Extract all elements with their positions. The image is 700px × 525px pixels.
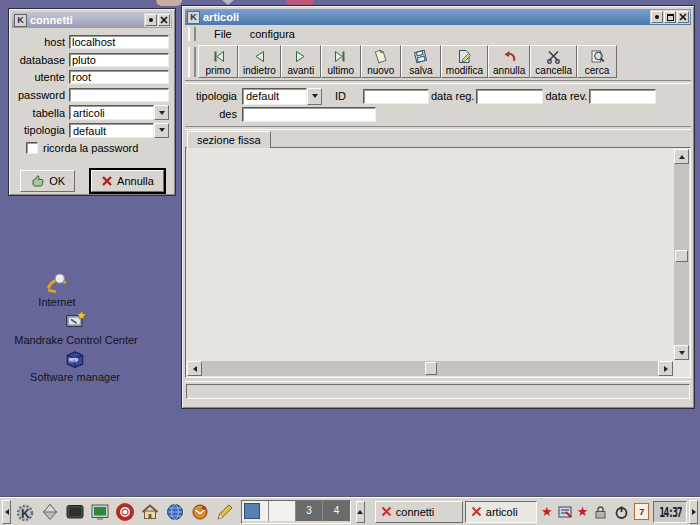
desktop-icon-mandrake-control-center[interactable]: Mandrake Control Center <box>0 310 152 346</box>
taskbar-clock[interactable]: 14:37 <box>653 501 687 523</box>
tipologia-combo[interactable]: default <box>69 123 169 138</box>
taskbar: K <box>0 497 700 525</box>
vertical-scroll-track[interactable] <box>674 164 689 345</box>
titlebar-buttons <box>144 13 171 27</box>
modifica-button[interactable]: modifica <box>441 45 488 78</box>
pencil-icon <box>215 502 235 522</box>
tray-star-icon[interactable]: ★ <box>541 505 553 518</box>
chevron-down-icon <box>159 128 165 132</box>
desktop-icon-internet[interactable]: Internet <box>12 272 102 308</box>
k-menu-button[interactable]: K <box>13 500 36 524</box>
pager-desktop-3[interactable]: 3 <box>296 501 323 521</box>
scroll-left-button[interactable] <box>187 361 202 376</box>
menu-file[interactable]: File <box>212 27 234 41</box>
toolbar-drag-handle[interactable] <box>188 47 196 77</box>
terminal-launcher[interactable] <box>63 500 86 524</box>
avanti-button[interactable]: avanti <box>281 45 321 78</box>
horizontal-scroll-thumb[interactable] <box>425 362 437 375</box>
power-icon[interactable] <box>613 503 630 521</box>
annulla-button[interactable]: Annulla <box>91 170 164 192</box>
primo-button[interactable]: primo <box>198 45 238 78</box>
arrow-up-icon <box>357 510 363 514</box>
browser-launcher[interactable] <box>163 500 186 524</box>
editor-launcher[interactable] <box>213 500 236 524</box>
panel-hide-right-button[interactable] <box>689 500 698 524</box>
combo-arrow-button[interactable] <box>307 88 322 105</box>
vertical-scrollbar[interactable] <box>674 149 689 360</box>
task-connetti[interactable]: connetti <box>375 501 463 523</box>
menu-configura[interactable]: configura <box>248 27 297 41</box>
scroll-right-button[interactable] <box>658 361 673 376</box>
host-input[interactable] <box>69 35 169 49</box>
window-title: articoli <box>203 11 647 23</box>
password-input[interactable] <box>69 88 169 102</box>
arrow-up-icon <box>679 155 685 159</box>
maximize-icon <box>667 14 674 21</box>
content-area <box>187 149 673 360</box>
desktop-icon-software-manager[interactable]: RPM Software manager <box>8 347 142 383</box>
desktop-icon-label: Software manager <box>30 371 120 383</box>
sezione-fissa-panel <box>185 147 691 378</box>
utente-input[interactable] <box>69 70 169 84</box>
articoli-titlebar[interactable]: K articoli <box>185 9 691 25</box>
pager-desktop-4[interactable]: 4 <box>323 501 350 521</box>
mail-launcher[interactable] <box>188 500 211 524</box>
tab-sezione-fissa[interactable]: sezione fissa <box>187 131 271 148</box>
ultimo-button[interactable]: ultimo <box>321 45 361 78</box>
tray-app-icon[interactable] <box>557 504 573 520</box>
arrow-right-icon <box>664 366 668 372</box>
sticky-button[interactable] <box>651 11 663 23</box>
scroll-up-button[interactable] <box>674 149 689 164</box>
lock-icon[interactable] <box>592 503 609 521</box>
des-input[interactable] <box>242 107 376 122</box>
data-reg-input[interactable] <box>476 89 543 104</box>
cancella-button[interactable]: cancella <box>530 45 577 78</box>
scroll-down-button[interactable] <box>674 345 689 360</box>
desktop-icon-label: Mandrake Control Center <box>14 334 138 346</box>
password-label: password <box>13 89 69 101</box>
annulla-button[interactable]: annulla <box>488 45 530 78</box>
konsole-launcher[interactable] <box>88 500 111 524</box>
titlebar-buttons <box>650 10 690 24</box>
horizontal-scroll-track[interactable] <box>202 361 658 376</box>
id-input[interactable] <box>363 89 429 104</box>
arrow-right-icon <box>692 509 696 515</box>
cerca-button[interactable]: cerca <box>577 45 617 78</box>
last-record-icon <box>332 48 349 65</box>
menubar-drag-handle[interactable] <box>188 27 196 41</box>
salva-button[interactable]: salva <box>401 45 441 78</box>
data-rev-input[interactable] <box>589 89 656 104</box>
calendar-tray-icon[interactable]: 7 <box>634 503 649 520</box>
window-list-button[interactable] <box>38 500 61 524</box>
taskbar-scroll-up-button[interactable] <box>356 501 365 523</box>
help-launcher[interactable] <box>113 500 136 524</box>
window-preview <box>244 503 260 519</box>
indietro-button[interactable]: indietro <box>238 45 281 78</box>
tabella-combo[interactable]: articoli <box>69 105 169 120</box>
database-input[interactable] <box>69 53 169 67</box>
combo-arrow-button[interactable] <box>154 105 169 120</box>
ok-button[interactable]: OK <box>20 170 75 192</box>
remember-password-checkbox[interactable] <box>26 142 38 154</box>
maximize-button[interactable] <box>664 11 676 23</box>
close-button[interactable] <box>158 14 170 26</box>
vertical-scroll-thumb[interactable] <box>675 250 688 262</box>
task-app-icon <box>381 506 392 517</box>
tipologia-label: tipologia <box>13 124 69 136</box>
close-button[interactable] <box>677 11 689 23</box>
sticky-button[interactable] <box>145 14 157 26</box>
combo-arrow-button[interactable] <box>154 123 169 138</box>
tipologia-combo[interactable]: default <box>242 88 322 105</box>
pager-desktop-1[interactable] <box>242 501 269 521</box>
nuovo-button[interactable]: nuovo <box>361 45 401 78</box>
task-articoli[interactable]: articoli <box>465 501 537 523</box>
tray-star-icon[interactable]: ★ <box>577 505 589 518</box>
internet-icon <box>46 272 68 294</box>
panel-hide-left-button[interactable] <box>2 500 11 524</box>
home-launcher[interactable] <box>138 500 161 524</box>
horizontal-scrollbar[interactable] <box>187 361 673 376</box>
pager-desktop-2[interactable] <box>269 501 296 521</box>
menu-bar: File configura <box>185 25 691 43</box>
connetti-titlebar[interactable]: K connetti <box>12 12 172 28</box>
previous-record-icon <box>251 48 268 65</box>
